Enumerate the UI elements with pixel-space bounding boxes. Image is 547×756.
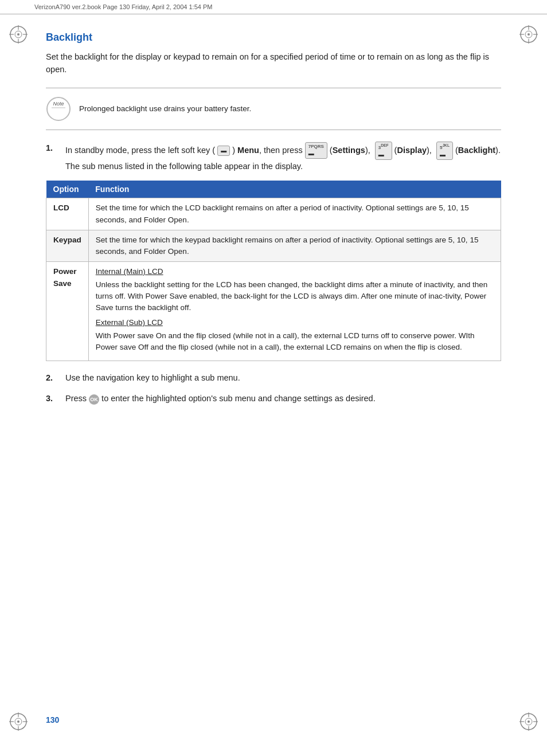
svg-text:Note: Note: [53, 101, 64, 107]
left-soft-key-icon: ▬: [217, 146, 230, 156]
option-name: PowerSave: [53, 267, 77, 287]
svg-point-2: [17, 33, 19, 36]
function-underline: Internal (Main) LCD: [96, 267, 163, 276]
ok-button-icon: OK: [89, 394, 99, 405]
svg-point-9: [528, 33, 530, 36]
backlight-key: 5JKL▬: [436, 142, 453, 160]
steps-list: 1. In standby mode, press the left soft …: [46, 142, 501, 173]
table-cell-function: Set the time for which the LCD backlight…: [88, 198, 501, 230]
option-name: LCD: [53, 203, 69, 212]
settings-key: 7PQRS▬: [305, 142, 327, 159]
step-3-content: Press OK to enter the highlighted option…: [65, 392, 501, 405]
header-bar: VerizonA790 ver.2.book Page 130 Friday, …: [0, 0, 547, 14]
function-paragraph: With Power save On and the flip closed (…: [96, 330, 494, 354]
main-content: Backlight Set the backlight for the disp…: [0, 14, 547, 436]
svg-point-16: [17, 720, 19, 723]
page-container: VerizonA790 ver.2.book Page 130 Friday, …: [0, 0, 547, 756]
function-paragraph: Unless the backlight setting for the LCD…: [96, 279, 494, 314]
step-3-num: 3.: [46, 392, 58, 405]
table-row: KeypadSet the time for which the keypad …: [46, 230, 501, 262]
table-cell-option: LCD: [46, 198, 89, 230]
page-number: 130: [46, 715, 59, 724]
note-text: Prolonged backlight use drains your batt…: [79, 104, 251, 113]
divider-top: [46, 88, 501, 88]
corner-mark-tl: [8, 24, 29, 45]
step-3: 3. Press OK to enter the highlighted opt…: [46, 392, 501, 405]
step-1-content: In standby mode, press the left soft key…: [65, 142, 501, 173]
option-name: Keypad: [53, 236, 81, 244]
options-table: Option Function LCDSet the time for whic…: [46, 181, 501, 361]
corner-mark-br: [518, 711, 539, 732]
note-box: Note Prolonged backlight use drains your…: [46, 92, 501, 126]
corner-mark-tr: [518, 24, 539, 45]
header-text: VerizonA790 ver.2.book Page 130 Friday, …: [34, 3, 212, 10]
table-cell-option: Keypad: [46, 230, 89, 262]
steps-list-2: 2. Use the navigation key to highlight a…: [46, 371, 501, 405]
divider-bottom: [46, 130, 501, 130]
table-cell-option: PowerSave: [46, 262, 89, 361]
table-cell-function: Set the time for which the keypad backli…: [88, 230, 501, 262]
table-header-option: Option: [46, 181, 89, 198]
table-row: LCDSet the time for which the LCD backli…: [46, 198, 501, 230]
note-icon: Note: [46, 96, 71, 122]
corner-mark-bl: [8, 711, 29, 732]
page-title: Backlight: [46, 32, 501, 44]
table-cell-function: Internal (Main) LCDUnless the backlight …: [88, 262, 501, 361]
step-2-content: Use the navigation key to highlight a su…: [65, 371, 501, 384]
step-1-num: 1.: [46, 142, 58, 173]
svg-point-23: [528, 720, 530, 723]
step-2-num: 2.: [46, 371, 58, 384]
intro-text: Set the backlight for the display or key…: [46, 50, 501, 76]
step-1: 1. In standby mode, press the left soft …: [46, 142, 501, 173]
step-2: 2. Use the navigation key to highlight a…: [46, 371, 501, 384]
display-key: 3DEF▬: [375, 142, 392, 160]
table-header-function: Function: [88, 181, 501, 198]
table-row: PowerSaveInternal (Main) LCDUnless the b…: [46, 262, 501, 361]
function-underline: External (Sub) LCD: [96, 318, 163, 327]
